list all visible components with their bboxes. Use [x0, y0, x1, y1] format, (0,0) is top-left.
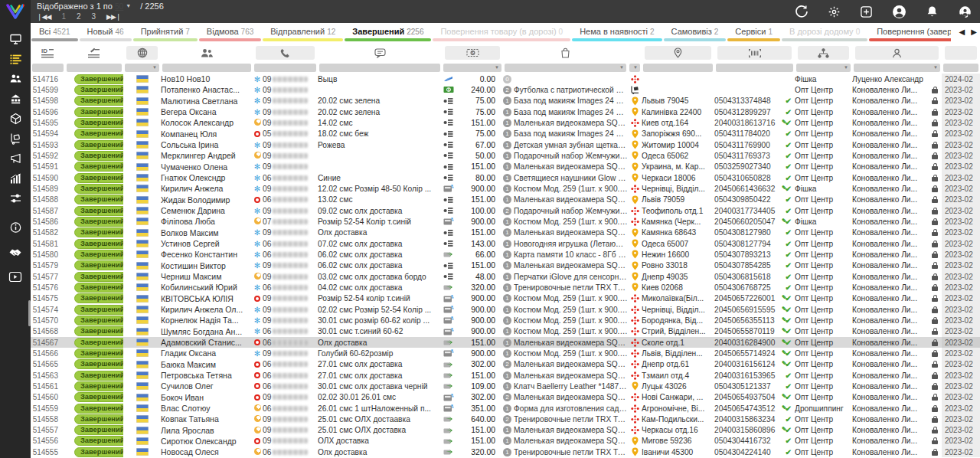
sidebar-partners-icon[interactable]	[0, 242, 31, 262]
order-row-514599[interactable]: 514599 Завершений Потапенко Анастас... ✻…	[31, 84, 980, 95]
column-header-delivery[interactable]	[628, 44, 642, 61]
order-row-514556[interactable]: 514556 Завершений Сиротюк Олександр 09 О…	[31, 436, 980, 447]
order-row-514566[interactable]: 514566 Завершений Гладик Оксана ✻09 Голу…	[31, 348, 980, 358]
filter-input-products[interactable]: ▼	[505, 64, 626, 72]
filter-dropdown-icon[interactable]: ▼	[844, 65, 851, 70]
order-row-514568[interactable]: 514568 Завершений Шумляс Богдана Ан... ✻…	[31, 326, 980, 337]
order-row-514576[interactable]: 514576 Завершений Кобилинський Юрий ✻06 …	[31, 282, 980, 293]
order-row-514555[interactable]: 514555 Завершений Новосад Олеся 06 Олх д…	[31, 447, 980, 457]
sidebar-orders-icon-active[interactable]	[0, 49, 31, 69]
column-header-city[interactable]	[642, 44, 714, 61]
sidebar-scrollbar-thumb[interactable]	[28, 300, 31, 326]
per-page-caret-icon[interactable]: ▼	[126, 3, 131, 8]
sidebar-structure-icon[interactable]	[0, 89, 31, 109]
sidebar-marketing-icon[interactable]	[0, 149, 31, 168]
tab-12[interactable]: Повернення (завершений)125	[869, 23, 951, 41]
page-3[interactable]: 3	[92, 12, 96, 21]
column-header-date[interactable]	[942, 44, 980, 61]
sidebar-dashboard-icon[interactable]	[0, 29, 31, 49]
last-page-button[interactable]: ▶▶❘	[106, 13, 120, 21]
order-row-514559[interactable]: 514559 Завершений Влас Слотюу 06 26.01 с…	[31, 403, 980, 414]
order-row-514570[interactable]: 514570 Завершений Корнелюк Надія Та... ✻…	[31, 315, 980, 326]
tab-2[interactable]: Новый46	[80, 23, 132, 41]
order-row-514574[interactable]: 514574 Завершений Кирилич Анжела Ол... ✻…	[31, 304, 980, 315]
filter-dropdown-icon[interactable]: ▼	[152, 65, 159, 70]
tab-1[interactable]: Всі4521	[31, 23, 78, 41]
order-row-514586[interactable]: 514586 Завершений Філіпова Люба 07 Розмі…	[31, 216, 980, 227]
tab-9[interactable]: Самовивіз2	[664, 23, 727, 41]
column-header-ttn[interactable]	[714, 44, 795, 61]
filter-dropdown-icon[interactable]: ▼	[619, 65, 626, 70]
tab-4[interactable]: Відмова763	[199, 23, 261, 41]
order-row-514590[interactable]: 514590 Завершений Гнатюк Олексндр ✻06 Си…	[31, 172, 980, 183]
order-row-514565[interactable]: 514565 Завершений Баюка Максим 06 27.01 …	[31, 359, 980, 370]
order-row-514587[interactable]: 514587 Завершений Семенюк Дарина ✻09 09.…	[31, 205, 980, 216]
column-header-id[interactable]: ID	[31, 44, 65, 61]
sidebar-info-icon[interactable]	[0, 218, 31, 237]
order-row-514716[interactable]: 514716 Завершений Нов10 Нов10 ✻09 Выцв 0…	[31, 74, 980, 84]
filter-input-city[interactable]	[643, 64, 713, 72]
order-row-514589[interactable]: 514589 Завершений Кирилич Анжела ✻09 12.…	[31, 183, 980, 194]
support-headset-icon[interactable]	[958, 5, 972, 19]
order-row-514582[interactable]: 514582 Завершений Волков Максим ✻09 Олх …	[31, 227, 980, 238]
column-header-phone[interactable]	[253, 44, 318, 61]
order-row-514588[interactable]: 514588 Завершений Жидак Володимир 06 13.…	[31, 195, 980, 205]
order-row-514567[interactable]: 514567 Завершений Адамовский Станис... 0…	[31, 337, 980, 348]
tab-6[interactable]: Завершений2256	[345, 23, 431, 41]
tab-5[interactable]: Відправлений12	[263, 23, 343, 41]
order-row-514563[interactable]: 514563 Завершений Петровська Тетяна 06 2…	[31, 370, 980, 381]
column-header-manager[interactable]	[852, 44, 942, 61]
tab-11[interactable]: В дорозі додому0	[782, 23, 867, 41]
filter-input-country[interactable]: ▼	[125, 64, 159, 72]
order-row-514557[interactable]: 514557 Завершений Лила Ярослав 09 25.01 …	[31, 425, 980, 436]
filter-input-manager[interactable]: ▼	[854, 64, 940, 72]
order-row-514595[interactable]: 514595 Завершений Колосок Александр 09 1…	[31, 117, 980, 128]
app-logo[interactable]	[0, 0, 31, 23]
order-row-514592[interactable]: 514592 Завершений Мерклингер Андрей 09 5…	[31, 150, 980, 161]
tab-8[interactable]: Нема в наявності2	[572, 23, 662, 41]
column-header-client[interactable]	[161, 44, 253, 61]
filter-dropdown-icon[interactable]: ▼	[633, 65, 640, 70]
filter-input-date[interactable]	[943, 64, 978, 72]
order-row-514581[interactable]: 514581 Завершений Устинов Сергей ✻06 07.…	[31, 238, 980, 249]
order-row-514577[interactable]: 514577 Завершений Черниш Максим 09 03.02…	[31, 271, 980, 282]
order-row-514591[interactable]: 514591 Завершений Чумаченко Олена ✻09 15…	[31, 162, 980, 172]
settings-gear-icon[interactable]	[828, 5, 841, 18]
order-row-514560[interactable]: 514560 Завершений Бокоч Иван 09 02.02 30…	[31, 392, 980, 403]
order-row-514596[interactable]: 514596 Завершений Вегера Оксана ✻09 20.0…	[31, 106, 980, 117]
column-header-products[interactable]	[503, 44, 628, 61]
page-2[interactable]: 2	[77, 12, 81, 21]
column-header-status[interactable]	[65, 44, 123, 61]
sidebar-video-tutorials-icon[interactable]	[0, 267, 31, 286]
sidebar-products-icon[interactable]	[0, 109, 31, 129]
column-header-country[interactable]	[123, 44, 161, 61]
page-1[interactable]: 1	[61, 12, 66, 21]
order-row-514558[interactable]: 514558 Завершений Ковпак Татьяна 09 25.0…	[31, 414, 980, 424]
filter-input-phone[interactable]	[254, 64, 316, 72]
filter-input-payment[interactable]: ▼	[443, 64, 501, 72]
filter-input-status[interactable]	[67, 64, 122, 72]
order-row-514575[interactable]: 514575 Завершений КВІТОВСЬКА ЮЛІЯ 09 Роз…	[31, 293, 980, 304]
filter-input-comment[interactable]	[319, 64, 440, 72]
tab-7[interactable]: Повернення товару (в дорозі)0	[433, 23, 570, 41]
filter-input-id[interactable]	[32, 64, 64, 72]
column-header-comment[interactable]	[318, 44, 442, 61]
notifications-bell-icon[interactable]	[926, 5, 939, 18]
tabs-scroll-right-icon[interactable]: ▶	[971, 28, 977, 36]
first-page-button[interactable]: ❘◀◀	[37, 13, 51, 21]
refresh-icon[interactable]	[795, 5, 808, 18]
order-row-514598[interactable]: 514598 Завершений Малютина Светлана ✻09 …	[31, 96, 980, 106]
order-row-514594[interactable]: 514594 Завершений Компанец Юля 05 18.02 …	[31, 129, 980, 139]
filter-dropdown-icon[interactable]: ▼	[495, 65, 501, 70]
filter-input-ttn[interactable]	[716, 64, 793, 72]
sidebar-purchases-icon[interactable]	[0, 129, 31, 149]
order-row-514580[interactable]: 514580 Завершений Фесенко Константин ✻06…	[31, 249, 980, 260]
sidebar-clients-icon[interactable]	[0, 69, 31, 89]
account-icon[interactable]	[892, 5, 906, 19]
filter-input-delivery[interactable]: ▼	[629, 64, 640, 72]
order-row-514593[interactable]: 514593 Завершений Сольська Ірина ✻09 Рож…	[31, 139, 980, 150]
per-page-select[interactable]: 50	[115, 2, 123, 11]
order-row-514579[interactable]: 514579 Завершений Костишин Виктор ✻09 06…	[31, 260, 980, 271]
tab-3[interactable]: Прийнятий7	[133, 23, 198, 41]
add-new-icon[interactable]	[860, 5, 873, 18]
